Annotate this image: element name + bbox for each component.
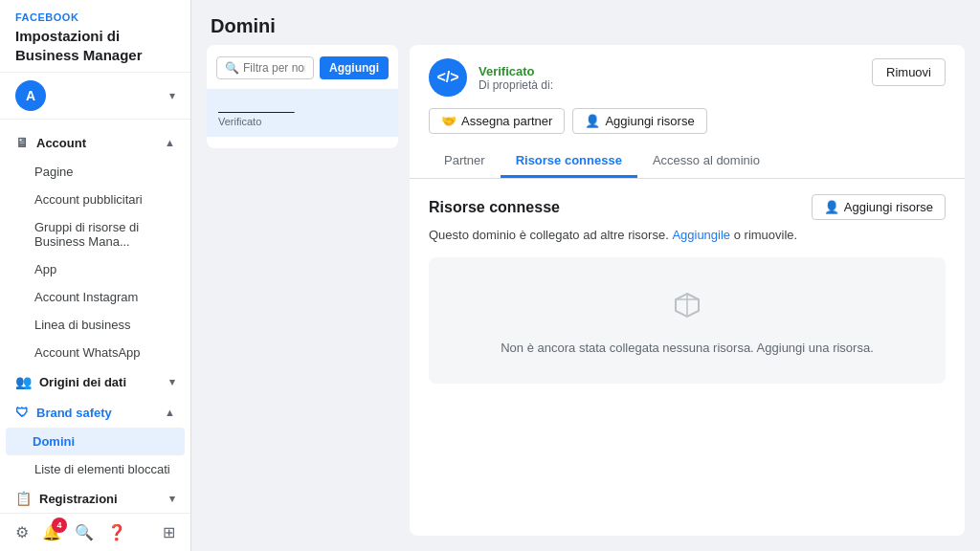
verified-label: Verificato	[479, 64, 553, 78]
tabs-row: Partner Risorse connesse Accesso al domi…	[429, 145, 946, 178]
empty-state-icon	[668, 286, 706, 331]
sidebar-item-account-pubblicitari[interactable]: Account pubblicitari	[0, 186, 190, 213]
avatar: A	[15, 80, 46, 111]
sidebar-section-brand-safety[interactable]: 🛡 Brand safety ▲	[0, 397, 190, 428]
account-icon: 🖥	[15, 135, 29, 150]
account-selector[interactable]: A ▾	[0, 73, 190, 120]
domain-info: </> Verificato Di proprietà di:	[429, 58, 553, 97]
tab-accesso-dominio[interactable]: Accesso al dominio	[637, 145, 775, 178]
resources-description: Questo dominio è collegato ad altre riso…	[429, 228, 946, 242]
sidebar-item-linea[interactable]: Linea di business	[0, 311, 190, 339]
main-content: Domini 🔍 Aggiungi ___________ Verificato	[191, 0, 980, 551]
partner-icon: 🤝	[441, 114, 457, 128]
fb-label: FACEBOOK	[15, 11, 175, 23]
search-input[interactable]	[243, 61, 305, 75]
chevron-down-icon: ▾	[169, 89, 175, 102]
domain-list-panel: 🔍 Aggiungi ___________ Verificato	[207, 45, 398, 148]
sidebar-item-liste[interactable]: Liste di elementi bloccati	[0, 455, 190, 483]
tab-partner[interactable]: Partner	[429, 145, 501, 178]
aggiungile-link[interactable]: Aggiungile	[672, 228, 730, 242]
sidebar-footer: ⚙ 🔔 4 🔍 ❓ ⊞	[0, 513, 190, 551]
domain-meta: Verificato Di proprietà di:	[479, 64, 553, 92]
page-title: Domini	[191, 0, 980, 45]
sidebar-item-whatsapp[interactable]: Account WhatsApp	[0, 339, 190, 366]
sidebar-title: Impostazioni di Business Manager	[15, 27, 175, 64]
search-icon[interactable]: 🔍	[75, 523, 94, 541]
chevron-down-icon: ▾	[169, 493, 175, 505]
origini-icon: 👥	[15, 374, 32, 389]
domain-icon: </>	[429, 58, 467, 97]
resources-title: Risorse connesse	[429, 199, 560, 216]
domain-name: ___________	[218, 99, 387, 114]
sidebar-section-account[interactable]: 🖥 Account ▲	[0, 127, 190, 158]
sidebar-nav: 🖥 Account ▲ Pagine Account pubblicitari …	[0, 120, 190, 513]
empty-state-text: Non è ancora stata collegata nessuna ris…	[501, 341, 874, 355]
add-resources-action-button[interactable]: 👤 Aggiungi risorse	[572, 108, 706, 134]
domain-list-item[interactable]: ___________ Verificato	[207, 90, 398, 137]
notifications-icon[interactable]: 🔔 4	[42, 523, 61, 541]
chevron-up-icon: ▲	[165, 407, 175, 418]
sidebar-header: FACEBOOK Impostazioni di Business Manage…	[0, 0, 190, 73]
help-icon[interactable]: ❓	[107, 523, 126, 541]
chevron-down-icon: ▾	[169, 376, 175, 388]
domain-status: Verificato	[218, 116, 387, 127]
search-bar: 🔍 Aggiungi	[207, 56, 398, 90]
notification-badge: 4	[52, 518, 67, 533]
empty-state: Non è ancora stata collegata nessuna ris…	[429, 257, 946, 384]
main-body: 🔍 Aggiungi ___________ Verificato </> Ve…	[191, 45, 980, 551]
sidebar-section-origini[interactable]: 👥 Origini dei dati ▾	[0, 366, 190, 397]
sidebar-item-instagram[interactable]: Account Instagram	[0, 283, 190, 311]
sidebar-item-domini[interactable]: Domini	[6, 428, 185, 455]
sidebar-item-app[interactable]: App	[0, 255, 190, 283]
sidebar-item-pagine[interactable]: Pagine	[0, 158, 190, 186]
search-input-wrapper[interactable]: 🔍	[216, 56, 314, 79]
sidebar-item-gruppi[interactable]: Gruppi di risorse di Business Mana...	[0, 213, 190, 255]
domain-detail-panel: </> Verificato Di proprietà di: Rimuovi …	[410, 45, 965, 536]
search-icon: 🔍	[225, 61, 239, 75]
add-resources-icon: 👤	[585, 114, 600, 128]
add-domain-button[interactable]: Aggiungi	[320, 56, 389, 79]
settings-icon[interactable]: ⚙	[15, 523, 29, 541]
sidebar-section-registrazioni[interactable]: 📋 Registrazioni ▾	[0, 483, 190, 513]
chevron-up-icon: ▲	[165, 137, 175, 148]
domain-top-row: </> Verificato Di proprietà di: Rimuovi	[429, 58, 946, 97]
registrazioni-icon: 📋	[15, 491, 32, 506]
resources-section: Risorse connesse 👤 Aggiungi risorse Ques…	[410, 179, 965, 536]
add-resources-btn-icon: 👤	[824, 200, 839, 214]
domain-detail-header: </> Verificato Di proprietà di: Rimuovi …	[410, 45, 965, 179]
action-row: 🤝 Assegna partner 👤 Aggiungi risorse	[429, 108, 946, 134]
add-resources-button[interactable]: 👤 Aggiungi risorse	[812, 194, 946, 220]
brand-safety-icon: 🛡	[15, 405, 29, 420]
remove-button[interactable]: Rimuovi	[872, 58, 946, 86]
assign-partner-button[interactable]: 🤝 Assegna partner	[429, 108, 565, 134]
resources-header: Risorse connesse 👤 Aggiungi risorse	[429, 194, 946, 220]
table-icon[interactable]: ⊞	[163, 523, 175, 541]
ownership-label: Di proprietà di:	[479, 78, 553, 92]
sidebar: FACEBOOK Impostazioni di Business Manage…	[0, 0, 191, 551]
tab-risorse-connesse[interactable]: Risorse connesse	[501, 145, 637, 178]
